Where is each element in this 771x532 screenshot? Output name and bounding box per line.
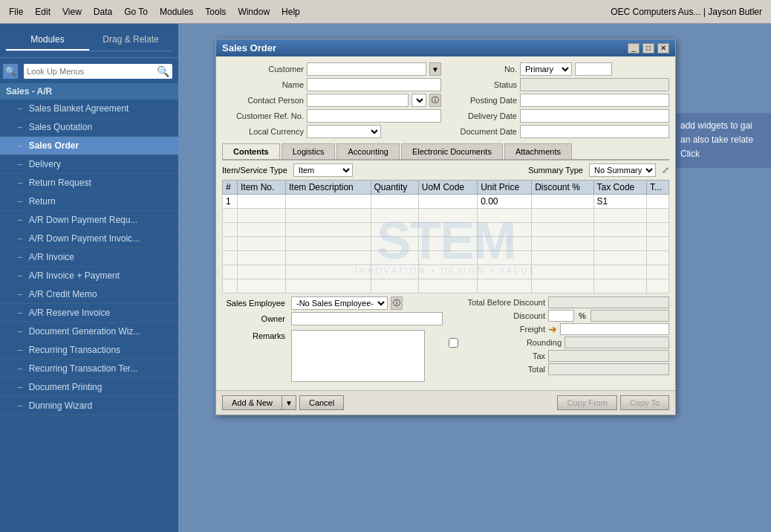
menu-help[interactable]: Help — [276, 4, 306, 20]
owner-label: Owner — [222, 314, 285, 323]
content-area: add widgets to gai an also take relate C… — [178, 24, 771, 532]
total-before-discount-value — [548, 296, 669, 308]
percent-sign: % — [579, 311, 586, 320]
cancel-button[interactable]: Cancel — [299, 395, 344, 410]
tab-accounting[interactable]: Accounting — [336, 143, 399, 159]
menu-window[interactable]: Window — [232, 4, 276, 20]
sidebar-item-doc-gen-wizard[interactable]: – Document Generation Wiz... — [0, 322, 178, 341]
owner-input[interactable] — [291, 312, 443, 325]
tab-contents[interactable]: Contents — [222, 143, 280, 159]
modal-minimize-button[interactable]: _ — [628, 43, 640, 53]
freight-value[interactable] — [560, 323, 669, 335]
freight-label: Freight — [449, 325, 545, 334]
row1-discount[interactable] — [532, 195, 593, 209]
tab-electronic-documents[interactable]: Electronic Documents — [401, 143, 503, 159]
col-num: # — [223, 181, 238, 195]
row1-description[interactable] — [286, 195, 371, 209]
menu-modules[interactable]: Modules — [154, 4, 199, 20]
sidebar-tab-drag-relate[interactable]: Drag & Relate — [89, 30, 172, 51]
copy-from-button[interactable]: Copy From — [557, 395, 617, 410]
col-item-no: Item No. — [238, 181, 286, 195]
row1-t[interactable] — [647, 195, 669, 209]
sidebar-item-ar-down-payment-inv[interactable]: – A/R Down Payment Invoic... — [0, 230, 178, 248]
item-service-type-label: Item/Service Type — [222, 166, 287, 175]
sidebar-item-recurring-transaction-ter[interactable]: – Recurring Transaction Ter... — [0, 360, 178, 378]
sidebar-item-ar-credit-memo[interactable]: – A/R Credit Memo — [0, 285, 178, 304]
sidebar-item-delivery[interactable]: – Delivery — [0, 155, 178, 174]
sidebar-item-ar-reserve-invoice[interactable]: – A/R Reserve Invoice — [0, 304, 178, 322]
sidebar-item-document-printing[interactable]: – Document Printing — [0, 378, 178, 397]
customer-lookup-button[interactable]: ▼ — [429, 62, 441, 76]
menu-data[interactable]: Data — [88, 4, 118, 20]
modal-close-button[interactable]: ✕ — [657, 43, 669, 53]
tax-value — [548, 350, 669, 362]
sidebar-search-icon: 🔍 — [3, 64, 18, 79]
col-quantity: Quantity — [371, 181, 418, 195]
sidebar-item-sales-quotation[interactable]: – Sales Quotation — [0, 118, 178, 137]
summary-type-label: Summary Type — [528, 166, 583, 175]
local-currency-select[interactable] — [307, 125, 381, 138]
sidebar-header: Modules Drag & Relate — [0, 24, 178, 58]
no-type-select[interactable]: Primary — [520, 62, 572, 76]
posting-date-input[interactable]: 12.06.20 — [520, 94, 669, 107]
tab-logistics[interactable]: Logistics — [282, 143, 336, 159]
totals-section: Total Before Discount Discount % Freight… — [449, 296, 669, 384]
contact-person-input[interactable] — [307, 94, 409, 107]
menu-goto[interactable]: Go To — [118, 4, 154, 20]
customer-ref-input[interactable] — [307, 109, 441, 123]
document-date-input[interactable]: 12.06.20 — [520, 125, 669, 138]
row1-tax-code: S1 — [593, 195, 646, 209]
total-label: Total — [449, 365, 545, 374]
row1-item-no[interactable] — [238, 195, 286, 209]
posting-date-label: Posting Date — [450, 96, 517, 105]
no-value-input[interactable]: 741 — [575, 62, 612, 76]
sales-employee-section: Sales Employee -No Sales Employee- ⓘ Own… — [222, 296, 443, 384]
copy-to-button[interactable]: Copy To — [620, 395, 669, 410]
contact-person-lookup[interactable]: ⓘ — [429, 94, 441, 107]
sidebar-item-ar-invoice-payment[interactable]: – A/R Invoice + Payment — [0, 267, 178, 285]
delivery-date-input[interactable] — [520, 109, 669, 123]
menu-view[interactable]: View — [56, 4, 88, 20]
sales-order-modal: Sales Order _ □ ✕ Customer ▼ — [215, 39, 676, 415]
sidebar-item-sales-blanket[interactable]: – Sales Blanket Agreement — [0, 100, 178, 118]
sidebar-tabs: Modules Drag & Relate — [6, 30, 172, 51]
sidebar-item-dunning-wizard[interactable]: – Dunning Wizard — [0, 397, 178, 415]
table-row[interactable]: 1 0.00 S1 — [223, 195, 669, 209]
discount-pct-input[interactable] — [548, 310, 574, 322]
add-new-dropdown[interactable]: ▼ — [282, 395, 296, 410]
menu-edit[interactable]: Edit — [29, 4, 56, 20]
modal-title-bar: Sales Order _ □ ✕ — [216, 39, 675, 56]
menu-tools[interactable]: Tools — [199, 4, 232, 20]
customer-input[interactable] — [307, 62, 426, 76]
row1-uom-code[interactable] — [418, 195, 477, 209]
sidebar-section-sales-ar[interactable]: Sales - A/R — [0, 83, 178, 100]
name-input[interactable] — [307, 78, 441, 91]
contact-person-select[interactable] — [411, 94, 426, 107]
modal-maximize-button[interactable]: □ — [642, 43, 654, 53]
item-service-type-select[interactable]: Item — [293, 163, 353, 177]
sales-employee-select[interactable]: -No Sales Employee- — [291, 296, 388, 310]
row1-quantity[interactable] — [371, 195, 418, 209]
delivery-date-label: Delivery Date — [450, 111, 517, 120]
sidebar-item-ar-down-payment-req[interactable]: – A/R Down Payment Requ... — [0, 211, 178, 230]
sidebar-tab-modules[interactable]: Modules — [6, 30, 89, 51]
sidebar-item-recurring-transactions[interactable]: – Recurring Transactions — [0, 341, 178, 360]
sidebar-item-return[interactable]: – Return — [0, 192, 178, 211]
rounding-checkbox[interactable] — [449, 338, 458, 348]
sidebar-item-return-request[interactable]: – Return Request — [0, 174, 178, 192]
expand-icon[interactable]: ⤢ — [662, 165, 669, 175]
search-input[interactable] — [27, 67, 157, 76]
add-new-button[interactable]: Add & New — [222, 395, 282, 410]
row1-unit-price: 0.00 — [478, 195, 532, 209]
modal-title: Sales Order — [222, 42, 276, 53]
remarks-textarea[interactable] — [291, 330, 425, 382]
sidebar-item-sales-order[interactable]: – Sales Order — [0, 137, 178, 155]
table-row — [223, 279, 669, 293]
freight-arrow-icon: ➜ — [548, 323, 557, 335]
summary-type-select[interactable]: No Summary — [589, 163, 656, 177]
sidebar-item-ar-invoice[interactable]: – A/R Invoice — [0, 248, 178, 267]
tab-attachments[interactable]: Attachments — [504, 143, 572, 159]
remarks-label: Remarks — [222, 330, 285, 340]
sales-employee-info[interactable]: ⓘ — [391, 296, 403, 310]
menu-file[interactable]: File — [3, 4, 29, 20]
